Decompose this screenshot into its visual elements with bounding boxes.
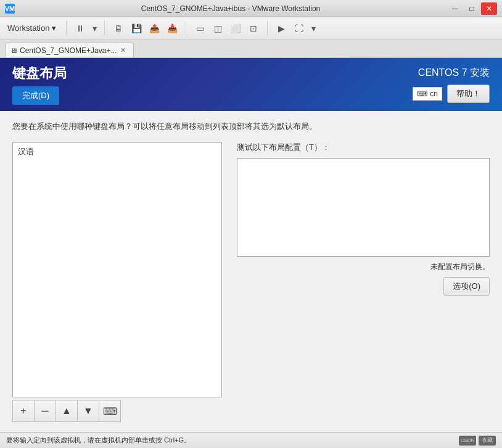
menu-separator-1 [66, 21, 67, 36]
page-title: 键盘布局 [12, 64, 67, 83]
view-btn4[interactable]: ⊡ [245, 20, 262, 37]
display-btn1[interactable]: 🖥 [110, 20, 127, 37]
switch-note: 未配置布局切换。 [237, 262, 490, 272]
close-button[interactable]: ✕ [481, 2, 497, 15]
layout-area: 汉语 + ─ ▲ ▼ ⌨ 测试以下布局配置（T）： 未配置布局切换。 选项(O) [12, 142, 490, 422]
statusbar-right: CSDN 收藏 [459, 436, 496, 446]
move-down-button[interactable]: ▼ [77, 400, 99, 422]
pause-dropdown[interactable]: ▾ [89, 20, 99, 37]
lang-list-box[interactable]: 汉语 [12, 142, 222, 397]
minimize-button[interactable]: ─ [446, 2, 463, 15]
fullscreen-dropdown[interactable]: ▾ [308, 20, 318, 37]
done-button[interactable]: 完成(D) [12, 86, 59, 105]
console-btn[interactable]: ▶ [273, 20, 290, 37]
installer-title-right: CENTOS 7 安装 ⌨ cn 帮助！ [413, 67, 490, 103]
workstation-menu[interactable]: Workstation ▾ [2, 21, 61, 35]
window-title: CentOS_7_GNOME+Java+ibus - VMware Workst… [15, 4, 446, 13]
bookmark-indicator: 收藏 [479, 436, 496, 446]
toolbar-group-media: ⏸ ▾ [72, 20, 99, 37]
toolbar-group-console: ▶ ⛶ ▾ [273, 20, 318, 37]
menu-bar: Workstation ▾ ⏸ ▾ 🖥 💾 📤 📥 ▭ ◫ ⬜ ⊡ ▶ ⛶ ▾ [0, 17, 502, 39]
tab-close-button[interactable]: ✕ [119, 46, 127, 55]
view-btn1[interactable]: ▭ [191, 20, 208, 37]
installer-header: 键盘布局 完成(D) CENTOS 7 安装 ⌨ cn 帮助！ [0, 58, 502, 111]
maximize-button[interactable]: □ [464, 2, 480, 15]
tab-bar: 🖥 CentOS_7_GNOME+Java+... ✕ [0, 39, 502, 58]
display-btn3[interactable]: 📤 [146, 20, 163, 37]
installer-title-left: 键盘布局 完成(D) [12, 64, 67, 105]
remove-layout-button[interactable]: ─ [34, 400, 56, 422]
vm-tab[interactable]: 🖥 CentOS_7_GNOME+Java+... ✕ [5, 43, 134, 57]
tab-icon: 🖥 [10, 47, 17, 54]
test-input-area[interactable] [237, 158, 490, 257]
left-toolbar: + ─ ▲ ▼ ⌨ [12, 400, 222, 422]
title-bar: VM CentOS_7_GNOME+Java+ibus - VMware Wor… [0, 0, 502, 17]
add-layout-button[interactable]: + [12, 400, 35, 422]
status-message: 要将输入定向到该虚拟机，请在虚拟机内部单击或按 Ctrl+G。 [6, 436, 191, 445]
fullscreen-btn[interactable]: ⛶ [290, 20, 308, 37]
menu-separator-3 [186, 21, 186, 36]
right-panel: 测试以下布局配置（T）： 未配置布局切换。 选项(O) [237, 142, 490, 422]
menu-separator-2 [104, 21, 105, 36]
layout-preview-button[interactable]: ⌨ [99, 400, 121, 422]
display-btn2[interactable]: 💾 [128, 20, 145, 37]
centos-title: CENTOS 7 安装 [418, 67, 490, 80]
installer-content: 您要在系统中使用哪种键盘布局？可以将任意布局移动到列表顶部将其选为默认布局。 汉… [0, 111, 502, 432]
keyboard-icon-box: ⌨ cn [413, 87, 442, 101]
menu-separator-4 [267, 21, 268, 36]
keyboard-input-row: ⌨ cn 帮助！ [413, 85, 490, 103]
view-btn3[interactable]: ⬜ [227, 20, 244, 37]
app-icon: VM [5, 4, 15, 14]
toolbar-group-view: ▭ ◫ ⬜ ⊡ [191, 20, 262, 37]
move-up-button[interactable]: ▲ [56, 400, 78, 422]
view-btn2[interactable]: ◫ [209, 20, 226, 37]
help-button[interactable]: 帮助！ [447, 85, 490, 103]
left-panel: 汉语 + ─ ▲ ▼ ⌨ [12, 142, 222, 422]
keyboard-icon: ⌨ [417, 89, 427, 98]
list-item: 汉语 [15, 145, 219, 159]
window-controls: ─ □ ✕ [446, 2, 497, 15]
vm-screen: 键盘布局 完成(D) CENTOS 7 安装 ⌨ cn 帮助！ 您要在系统中使用… [0, 58, 502, 432]
status-bar: 要将输入定向到该虚拟机，请在虚拟机内部单击或按 Ctrl+G。 CSDN 收藏 [0, 432, 502, 448]
display-btn4[interactable]: 📥 [163, 20, 181, 37]
options-button[interactable]: 选项(O) [443, 277, 490, 296]
keyboard-lang: cn [430, 89, 438, 98]
csdn-indicator: CSDN [459, 436, 476, 446]
description-text: 您要在系统中使用哪种键盘布局？可以将任意布局移动到列表顶部将其选为默认布局。 [12, 121, 490, 132]
toolbar-group-display: 🖥 💾 📤 📥 [110, 20, 181, 37]
tab-label: CentOS_7_GNOME+Java+... [20, 46, 117, 55]
pause-button[interactable]: ⏸ [72, 20, 89, 37]
test-label: 测试以下布局配置（T）： [237, 142, 490, 153]
